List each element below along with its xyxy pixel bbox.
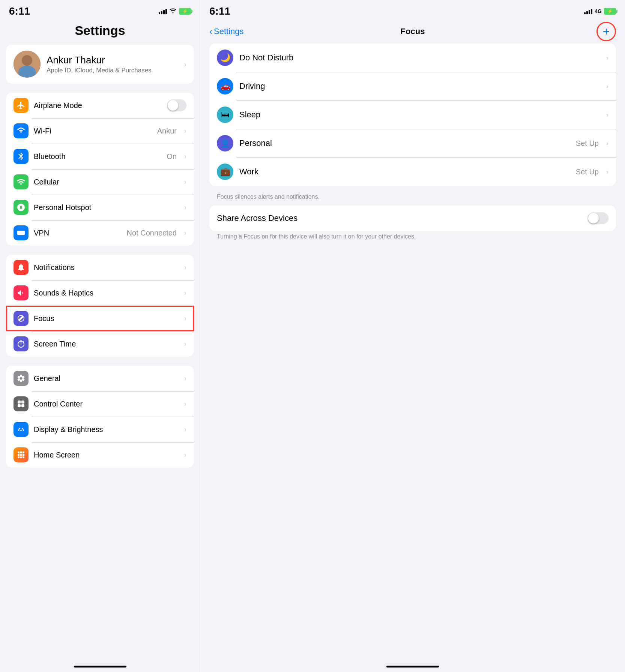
profile-info: Ankur Thakur Apple ID, iCloud, Media & P… <box>47 54 178 74</box>
do-not-disturb-label: Do Not Disturb <box>239 53 599 63</box>
notifications-label: Notifications <box>34 263 177 272</box>
vpn-label: VPN <box>34 229 122 237</box>
personal-row[interactable]: 👤 Personal Set Up › <box>209 129 616 158</box>
profile-chevron-icon: › <box>184 60 186 69</box>
share-across-devices-toggle[interactable] <box>587 212 608 224</box>
vpn-value: Not Connected <box>127 229 177 237</box>
bluetooth-icon <box>14 149 29 164</box>
status-bar-left: 6:11 ⚡ <box>0 0 200 20</box>
profile-subtitle: Apple ID, iCloud, Media & Purchases <box>47 67 178 74</box>
driving-icon: 🚗 <box>217 78 233 94</box>
airplane-mode-label: Airplane Mode <box>34 101 162 110</box>
add-focus-button[interactable]: + <box>596 22 616 41</box>
airplane-mode-toggle[interactable] <box>167 99 186 111</box>
vpn-icon: VPN <box>14 225 29 240</box>
back-label: Settings <box>214 27 244 36</box>
right-page-title: Focus <box>401 27 425 36</box>
display-row[interactable]: AA Display & Brightness › <box>6 417 194 442</box>
notifications-row[interactable]: Notifications › <box>6 255 194 280</box>
cellular-icon <box>14 174 29 189</box>
add-icon: + <box>603 26 610 38</box>
hotspot-label: Personal Hotspot <box>34 203 177 212</box>
share-row: Share Across Devices <box>209 206 616 231</box>
svg-rect-8 <box>20 452 22 453</box>
profile-row[interactable]: Ankur Thakur Apple ID, iCloud, Media & P… <box>6 45 194 84</box>
vpn-row[interactable]: VPN VPN Not Connected › <box>6 220 194 246</box>
cellular-label: Cellular <box>34 178 177 186</box>
controlcenter-icon <box>14 396 29 411</box>
general-icon <box>14 371 29 386</box>
personal-chevron-icon: › <box>606 140 608 147</box>
display-icon: AA <box>14 422 29 437</box>
general-group: General › Control Center › AA Display & … <box>6 366 194 468</box>
airplane-mode-row[interactable]: Airplane Mode <box>6 93 194 118</box>
wifi-settings-icon <box>14 123 29 138</box>
do-not-disturb-row[interactable]: 🌙 Do Not Disturb › <box>209 44 616 72</box>
display-chevron-icon: › <box>184 426 186 434</box>
general-label: General <box>34 374 177 383</box>
back-button[interactable]: ‹ Settings <box>209 26 244 37</box>
sleep-chevron-icon: › <box>606 111 608 119</box>
hotspot-icon <box>14 200 29 215</box>
wifi-label: Wi-Fi <box>34 127 152 135</box>
svg-rect-4 <box>18 404 21 407</box>
bluetooth-row[interactable]: Bluetooth On › <box>6 144 194 169</box>
sounds-chevron-icon: › <box>184 289 186 297</box>
notifications-group: Notifications › Sounds & Haptics › Focus… <box>6 255 194 357</box>
general-row[interactable]: General › <box>6 366 194 391</box>
notifications-icon <box>14 260 29 275</box>
airplane-icon <box>14 98 29 113</box>
homescreen-row[interactable]: Home Screen › <box>6 442 194 468</box>
home-indicator-right <box>386 666 439 668</box>
controlcenter-chevron-icon: › <box>184 400 186 408</box>
focus-row[interactable]: Focus › <box>6 306 194 331</box>
focus-description: Focus silences alerts and notifications. <box>209 190 616 206</box>
cellular-row[interactable]: Cellular › <box>6 169 194 195</box>
sounds-label: Sounds & Haptics <box>34 289 177 297</box>
driving-label: Driving <box>239 81 599 91</box>
signal-icon-left <box>159 8 167 14</box>
general-chevron-icon: › <box>184 375 186 382</box>
work-row[interactable]: 💼 Work Set Up › <box>209 158 616 186</box>
screentime-row[interactable]: Screen Time › <box>6 331 194 357</box>
sleep-icon: 🛏 <box>217 106 233 123</box>
svg-rect-7 <box>18 452 20 453</box>
time-right: 6:11 <box>209 5 230 17</box>
personal-setup-label: Set Up <box>576 139 599 148</box>
driving-row[interactable]: 🚗 Driving › <box>209 72 616 100</box>
do-not-disturb-icon: 🌙 <box>217 50 233 66</box>
screentime-chevron-icon: › <box>184 340 186 348</box>
focus-settings-icon <box>14 311 29 326</box>
controlcenter-label: Control Center <box>34 400 177 408</box>
focus-chevron-icon: › <box>184 315 186 322</box>
time-left: 6:11 <box>9 5 30 17</box>
sounds-icon <box>14 285 29 300</box>
svg-rect-9 <box>23 452 24 453</box>
battery-icon-left: ⚡ <box>179 8 191 15</box>
status-bar-right: 6:11 4G ⚡ <box>200 0 625 20</box>
focus-items-group: 🌙 Do Not Disturb › 🚗 Driving › 🛏 Sleep ›… <box>209 44 616 186</box>
svg-text:AA: AA <box>18 427 24 432</box>
battery-icon-right: ⚡ <box>604 8 616 15</box>
signal-icon-right <box>584 8 592 14</box>
right-nav-header: ‹ Settings Focus + <box>200 20 625 40</box>
sounds-row[interactable]: Sounds & Haptics › <box>6 280 194 306</box>
network-text-right: 4G <box>595 8 602 14</box>
avatar <box>14 51 41 78</box>
svg-rect-15 <box>23 456 24 458</box>
controlcenter-row[interactable]: Control Center › <box>6 391 194 417</box>
homescreen-chevron-icon: › <box>184 451 186 459</box>
share-group: Share Across Devices <box>209 206 616 231</box>
svg-rect-5 <box>21 404 24 407</box>
bluetooth-label: Bluetooth <box>34 152 161 161</box>
svg-text:VPN: VPN <box>18 232 24 235</box>
sleep-row[interactable]: 🛏 Sleep › <box>209 100 616 129</box>
work-label: Work <box>239 167 570 177</box>
hotspot-row[interactable]: Personal Hotspot › <box>6 195 194 220</box>
display-label: Display & Brightness <box>34 425 177 434</box>
vpn-chevron-icon: › <box>184 229 186 237</box>
personal-icon: 👤 <box>217 135 233 152</box>
focus-settings-label: Focus <box>34 314 177 323</box>
share-label: Share Across Devices <box>217 213 581 223</box>
wifi-row[interactable]: Wi-Fi Ankur › <box>6 118 194 144</box>
